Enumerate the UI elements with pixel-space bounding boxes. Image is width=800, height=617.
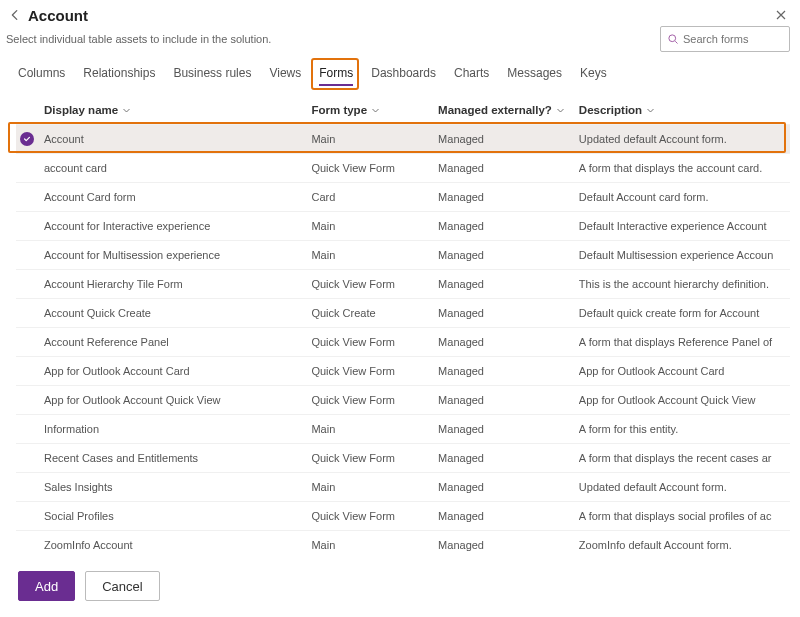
cell-description: Updated default Account form. bbox=[579, 133, 790, 145]
tab-views[interactable]: Views bbox=[269, 66, 301, 86]
cell-description: Default Interactive experience Account bbox=[579, 220, 790, 232]
search-icon bbox=[667, 33, 679, 45]
chevron-down-icon bbox=[371, 106, 380, 115]
row-checkbox[interactable] bbox=[16, 132, 44, 146]
cell-description: Updated default Account form. bbox=[579, 481, 790, 493]
cell-display-name: Sales Insights bbox=[44, 481, 311, 493]
cell-display-name: account card bbox=[44, 162, 311, 174]
cell-managed: Managed bbox=[438, 510, 579, 522]
back-icon[interactable] bbox=[6, 6, 24, 24]
add-button[interactable]: Add bbox=[18, 571, 75, 601]
cell-managed: Managed bbox=[438, 133, 579, 145]
column-header-form-type[interactable]: Form type bbox=[311, 104, 438, 116]
svg-point-0 bbox=[669, 35, 676, 42]
tab-keys[interactable]: Keys bbox=[580, 66, 607, 86]
table-row[interactable]: Account Reference PanelQuick View FormMa… bbox=[16, 327, 790, 356]
table-row[interactable]: Account Quick CreateQuick CreateManagedD… bbox=[16, 298, 790, 327]
cell-description: A form that displays the account card. bbox=[579, 162, 790, 174]
tab-messages[interactable]: Messages bbox=[507, 66, 562, 86]
cell-description: This is the account hierarchy definition… bbox=[579, 278, 790, 290]
cell-form-type: Quick View Form bbox=[311, 452, 438, 464]
cell-display-name: Information bbox=[44, 423, 311, 435]
cell-form-type: Main bbox=[311, 539, 438, 551]
cell-managed: Managed bbox=[438, 394, 579, 406]
cell-description: A form that displays social profiles of … bbox=[579, 510, 790, 522]
cell-form-type: Main bbox=[311, 423, 438, 435]
table-row[interactable]: App for Outlook Account CardQuick View F… bbox=[16, 356, 790, 385]
cell-form-type: Quick View Form bbox=[311, 162, 438, 174]
table-row[interactable]: Recent Cases and EntitlementsQuick View … bbox=[16, 443, 790, 472]
cell-form-type: Main bbox=[311, 220, 438, 232]
cell-managed: Managed bbox=[438, 539, 579, 551]
cell-managed: Managed bbox=[438, 278, 579, 290]
table-row[interactable]: Social ProfilesQuick View FormManagedA f… bbox=[16, 501, 790, 530]
cell-description: A form for this entity. bbox=[579, 423, 790, 435]
column-header-display-name[interactable]: Display name bbox=[44, 104, 311, 116]
table-row[interactable]: AccountMainManagedUpdated default Accoun… bbox=[16, 124, 790, 153]
cell-description: Default Account card form. bbox=[579, 191, 790, 203]
cell-form-type: Card bbox=[311, 191, 438, 203]
cell-form-type: Main bbox=[311, 133, 438, 145]
cell-managed: Managed bbox=[438, 191, 579, 203]
table-row[interactable]: ZoomInfo AccountMainManagedZoomInfo defa… bbox=[16, 530, 790, 559]
cell-managed: Managed bbox=[438, 220, 579, 232]
tab-business-rules[interactable]: Business rules bbox=[173, 66, 251, 86]
cell-description: Default Multisession experience Accoun bbox=[579, 249, 790, 261]
column-header-managed[interactable]: Managed externally? bbox=[438, 104, 579, 116]
tab-forms[interactable]: Forms bbox=[319, 66, 353, 86]
cell-managed: Managed bbox=[438, 365, 579, 377]
footer-bar: Add Cancel bbox=[0, 559, 800, 617]
table-row[interactable]: Account Hierarchy Tile FormQuick View Fo… bbox=[16, 269, 790, 298]
cell-description: A form that displays Reference Panel of bbox=[579, 336, 790, 348]
cell-display-name: Account for Multisession experience bbox=[44, 249, 311, 261]
tab-columns[interactable]: Columns bbox=[18, 66, 65, 86]
cell-form-type: Quick View Form bbox=[311, 278, 438, 290]
cell-form-type: Quick View Form bbox=[311, 365, 438, 377]
chevron-down-icon bbox=[646, 106, 655, 115]
cell-display-name: Recent Cases and Entitlements bbox=[44, 452, 311, 464]
cell-form-type: Quick View Form bbox=[311, 336, 438, 348]
table-row[interactable]: Account for Interactive experienceMainMa… bbox=[16, 211, 790, 240]
cell-description: ZoomInfo default Account form. bbox=[579, 539, 790, 551]
tabs-bar: ColumnsRelationshipsBusiness rulesViewsF… bbox=[0, 56, 800, 90]
table-row[interactable]: Account Card formCardManagedDefault Acco… bbox=[16, 182, 790, 211]
cell-form-type: Quick View Form bbox=[311, 510, 438, 522]
table-row[interactable]: Sales InsightsMainManagedUpdated default… bbox=[16, 472, 790, 501]
search-field[interactable] bbox=[683, 33, 783, 45]
chevron-down-icon bbox=[122, 106, 131, 115]
column-header-description[interactable]: Description bbox=[579, 104, 790, 116]
cancel-button[interactable]: Cancel bbox=[85, 571, 159, 601]
cell-form-type: Main bbox=[311, 249, 438, 261]
cell-description: A form that displays the recent cases ar bbox=[579, 452, 790, 464]
table-row[interactable]: App for Outlook Account Quick ViewQuick … bbox=[16, 385, 790, 414]
cell-display-name: Account bbox=[44, 133, 311, 145]
chevron-down-icon bbox=[556, 106, 565, 115]
cell-form-type: Main bbox=[311, 481, 438, 493]
cell-managed: Managed bbox=[438, 481, 579, 493]
checkmark-icon bbox=[20, 132, 34, 146]
tab-dashboards[interactable]: Dashboards bbox=[371, 66, 436, 86]
cell-description: App for Outlook Account Card bbox=[579, 365, 790, 377]
tab-charts[interactable]: Charts bbox=[454, 66, 489, 86]
cell-managed: Managed bbox=[438, 307, 579, 319]
table-row[interactable]: account cardQuick View FormManagedA form… bbox=[16, 153, 790, 182]
close-icon[interactable] bbox=[772, 6, 790, 24]
tab-relationships[interactable]: Relationships bbox=[83, 66, 155, 86]
table-row[interactable]: Account for Multisession experienceMainM… bbox=[16, 240, 790, 269]
cell-managed: Managed bbox=[438, 452, 579, 464]
cell-display-name: Account Card form bbox=[44, 191, 311, 203]
page-subtitle: Select individual table assets to includ… bbox=[6, 33, 271, 45]
cell-managed: Managed bbox=[438, 423, 579, 435]
cell-display-name: Account for Interactive experience bbox=[44, 220, 311, 232]
cell-display-name: App for Outlook Account Card bbox=[44, 365, 311, 377]
search-input[interactable] bbox=[660, 26, 790, 52]
cell-display-name: Social Profiles bbox=[44, 510, 311, 522]
cell-display-name: Account Reference Panel bbox=[44, 336, 311, 348]
table-row[interactable]: InformationMainManagedA form for this en… bbox=[16, 414, 790, 443]
cell-managed: Managed bbox=[438, 162, 579, 174]
cell-form-type: Quick View Form bbox=[311, 394, 438, 406]
cell-display-name: Account Quick Create bbox=[44, 307, 311, 319]
cell-display-name: App for Outlook Account Quick View bbox=[44, 394, 311, 406]
cell-managed: Managed bbox=[438, 249, 579, 261]
cell-display-name: Account Hierarchy Tile Form bbox=[44, 278, 311, 290]
